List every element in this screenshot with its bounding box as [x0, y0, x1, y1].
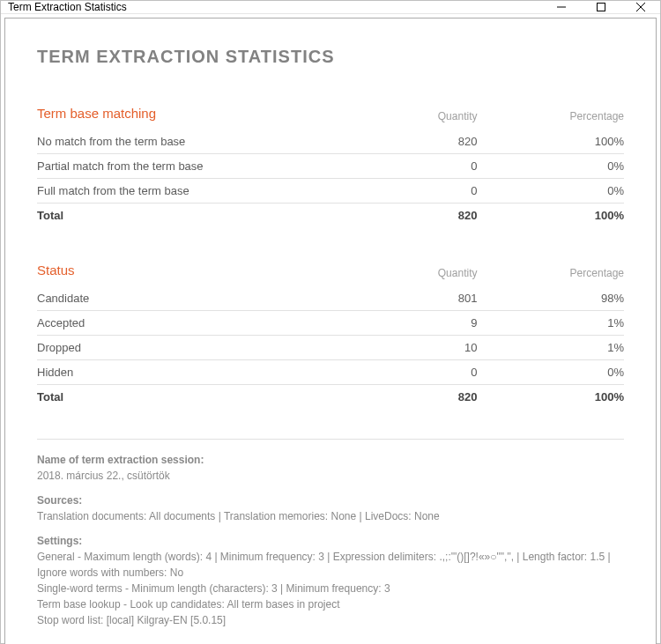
row-label: Hidden — [37, 360, 360, 385]
col-quantity-header: Quantity — [360, 257, 477, 286]
total-qty: 820 — [360, 385, 477, 410]
col-percentage-header: Percentage — [477, 100, 624, 130]
window-title: Term Extraction Statistics — [8, 1, 127, 13]
divider — [37, 439, 624, 440]
total-label: Total — [37, 385, 360, 410]
row-qty: 0 — [360, 154, 477, 179]
minimize-icon — [557, 3, 566, 11]
session-head: Name of term extraction session: — [37, 452, 624, 468]
col-percentage-header: Percentage — [477, 257, 624, 286]
row-label: Dropped — [37, 336, 360, 360]
settings-stop: Stop word list: [local] Kilgray-EN [5.0.… — [37, 612, 624, 628]
close-window-button[interactable] — [620, 1, 660, 13]
row-qty: 9 — [360, 311, 477, 336]
table-row: No match from the term base 820 100% — [37, 130, 624, 154]
row-label: Full match from the term base — [37, 179, 360, 204]
row-qty: 0 — [360, 179, 477, 204]
total-pct: 100% — [477, 385, 624, 410]
row-qty: 10 — [360, 336, 477, 360]
row-qty: 801 — [360, 286, 477, 311]
sources-value: Translation documents: All documents | T… — [37, 508, 624, 524]
total-pct: 100% — [477, 204, 624, 228]
sources-head: Sources: — [37, 492, 624, 508]
total-qty: 820 — [360, 204, 477, 228]
client-area: TERM EXTRACTION STATISTICS Term base mat… — [1, 14, 660, 644]
svg-rect-1 — [597, 4, 605, 11]
table-row: Full match from the term base 0 0% — [37, 179, 624, 204]
row-qty: 0 — [360, 360, 477, 385]
total-label: Total — [37, 204, 360, 228]
settings-head: Settings: — [37, 533, 624, 549]
table-row: Hidden 0 0% — [37, 360, 624, 385]
session-value: 2018. március 22., csütörtök — [37, 468, 624, 484]
row-pct: 1% — [477, 336, 624, 360]
table-total-row: Total 820 100% — [37, 385, 624, 410]
meta-section: Name of term extraction session: 2018. m… — [37, 452, 624, 628]
window-frame: Term Extraction Statistics TERM EXTRACTI… — [0, 0, 661, 644]
table-row: Partial match from the term base 0 0% — [37, 154, 624, 179]
status-table: Status Quantity Percentage Candidate 801… — [37, 257, 624, 409]
row-label: No match from the term base — [37, 130, 360, 154]
window-controls — [541, 1, 660, 13]
report-panel: TERM EXTRACTION STATISTICS Term base mat… — [4, 18, 657, 644]
page-title: TERM EXTRACTION STATISTICS — [37, 47, 624, 67]
minimize-button[interactable] — [541, 1, 581, 13]
row-pct: 98% — [477, 286, 624, 311]
row-qty: 820 — [360, 130, 477, 154]
status-block: Status Quantity Percentage Candidate 801… — [37, 257, 624, 409]
row-label: Candidate — [37, 286, 360, 311]
table-row: Accepted 9 1% — [37, 311, 624, 336]
settings-general: General - Maximum length (words): 4 | Mi… — [37, 549, 624, 581]
term-base-table: Term base matching Quantity Percentage N… — [37, 100, 624, 227]
table-row: Candidate 801 98% — [37, 286, 624, 311]
table-total-row: Total 820 100% — [37, 204, 624, 228]
maximize-icon — [597, 3, 605, 11]
col-quantity-header: Quantity — [360, 100, 477, 130]
row-pct: 0% — [477, 179, 624, 204]
row-pct: 0% — [477, 154, 624, 179]
maximize-button[interactable] — [581, 1, 620, 13]
row-label: Accepted — [37, 311, 360, 336]
settings-single: Single-word terms - Minimum length (char… — [37, 581, 624, 596]
table-row: Dropped 10 1% — [37, 336, 624, 360]
term-base-title: Term base matching — [37, 106, 360, 121]
title-bar[interactable]: Term Extraction Statistics — [1, 1, 660, 14]
report-content: TERM EXTRACTION STATISTICS Term base mat… — [5, 19, 656, 644]
close-icon — [636, 3, 645, 11]
row-pct: 100% — [477, 130, 624, 154]
row-label: Partial match from the term base — [37, 154, 360, 179]
settings-lookup: Term base lookup - Look up candidates: A… — [37, 596, 624, 612]
term-base-block: Term base matching Quantity Percentage N… — [37, 100, 624, 227]
row-pct: 1% — [477, 311, 624, 336]
row-pct: 0% — [477, 360, 624, 385]
status-title: Status — [37, 263, 360, 278]
